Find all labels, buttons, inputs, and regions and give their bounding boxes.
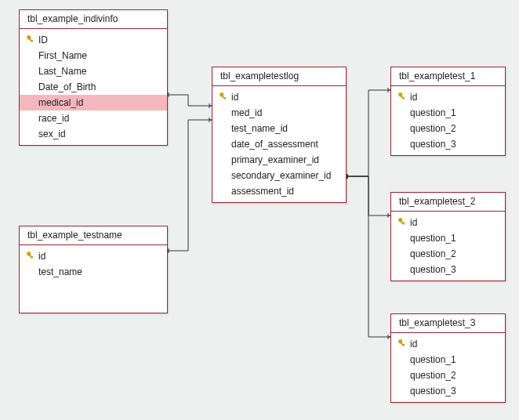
field-name: Last_Name	[38, 64, 159, 78]
table-title: tbl_exampletest_3	[391, 314, 505, 333]
field[interactable]: question_3	[391, 262, 505, 277]
table-fields: IDFirst_NameLast_NameDate_of_Birthmedica…	[20, 29, 167, 145]
field-name: secondary_examiner_id	[231, 168, 338, 183]
field-name: med_id	[231, 106, 338, 120]
table-fields: idquestion_1question_2question_3	[391, 333, 505, 402]
field[interactable]: secondary_examiner_id	[212, 168, 346, 183]
field-name: test_name	[38, 265, 159, 279]
table-title: tbl_exampletest_2	[391, 193, 505, 212]
field-name: primary_examiner_id	[231, 153, 338, 167]
field[interactable]: First_Name	[20, 48, 167, 63]
field-name: question_2	[410, 247, 497, 261]
table-title: tbl_example_testname	[20, 226, 167, 245]
table-testname[interactable]: tbl_example_testname idtest_name	[19, 226, 168, 313]
key-column	[397, 337, 410, 351]
table-fields: idmed_idtest_name_iddate_of_assessmentpr…	[212, 86, 346, 202]
primary-key-icon	[26, 34, 35, 44]
field-name: id	[38, 249, 159, 263]
field[interactable]: test_name	[20, 264, 167, 280]
field-name: question_3	[410, 137, 497, 151]
field-name: Date_of_Birth	[38, 80, 159, 94]
table-title: tbl_exampletest_1	[391, 67, 505, 86]
pk-field[interactable]: id	[391, 215, 505, 230]
pk-field[interactable]: id	[391, 336, 505, 352]
field[interactable]: assessment_id	[212, 183, 346, 199]
field-name: First_Name	[38, 49, 159, 63]
field[interactable]: question_3	[391, 136, 505, 152]
field[interactable]: race_id	[20, 110, 167, 126]
table-title: tbl_example_indivinfo	[20, 10, 167, 29]
field[interactable]: question_1	[391, 105, 505, 121]
field-name: test_name_id	[231, 121, 338, 136]
field-name: question_3	[410, 262, 497, 277]
table-fields: idquestion_1question_2question_3	[391, 86, 505, 155]
field[interactable]: question_1	[391, 230, 505, 246]
primary-key-icon	[397, 217, 407, 226]
table-testlog[interactable]: tbl_exampletestlog idmed_idtest_name_idd…	[212, 67, 347, 203]
field[interactable]: Date_of_Birth	[20, 79, 167, 95]
er-diagram-canvas: { "tables": { "indivinfo": { "title": "t…	[0, 0, 519, 420]
key-column	[397, 215, 410, 230]
table-exampletest-2[interactable]: tbl_exampletest_2 idquestion_1question_2…	[390, 192, 506, 281]
field-name: id	[410, 90, 497, 104]
table-exampletest-1[interactable]: tbl_exampletest_1 idquestion_1question_2…	[390, 67, 506, 156]
primary-key-icon	[397, 339, 407, 348]
field-name: question_2	[410, 368, 497, 382]
field-name: question_2	[410, 121, 497, 136]
key-column	[397, 90, 410, 104]
field-name: medical_id	[38, 96, 159, 110]
field[interactable]: question_3	[391, 383, 505, 399]
field[interactable]: question_2	[391, 246, 505, 262]
field-name: question_1	[410, 106, 497, 120]
field[interactable]: med_id	[212, 105, 346, 121]
field-name: id	[231, 90, 338, 104]
field[interactable]: Last_Name	[20, 63, 167, 79]
key-column	[219, 90, 231, 104]
field-name: race_id	[38, 111, 159, 125]
table-fields: idquestion_1question_2question_3	[391, 212, 505, 281]
field[interactable]: question_2	[391, 368, 505, 383]
table-fields: idtest_name	[20, 245, 167, 283]
field[interactable]: medical_id	[20, 95, 167, 110]
key-column	[26, 33, 38, 47]
pk-field[interactable]: id	[391, 89, 505, 105]
pk-field[interactable]: id	[212, 89, 346, 105]
primary-key-icon	[219, 92, 228, 101]
field[interactable]: question_1	[391, 352, 505, 368]
field-name: assessment_id	[231, 184, 338, 198]
pk-field[interactable]: id	[20, 248, 167, 264]
table-indivinfo[interactable]: tbl_example_indivinfo IDFirst_NameLast_N…	[19, 9, 168, 146]
field[interactable]: test_name_id	[212, 121, 346, 136]
field-name: id	[410, 337, 497, 351]
field[interactable]: date_of_assessment	[212, 136, 346, 152]
field-name: question_1	[410, 231, 497, 245]
field-name: id	[410, 215, 497, 230]
field[interactable]: primary_examiner_id	[212, 152, 346, 168]
primary-key-icon	[397, 92, 407, 101]
table-exampletest-3[interactable]: tbl_exampletest_3 idquestion_1question_2…	[390, 313, 506, 403]
field[interactable]: question_2	[391, 121, 505, 136]
field-name: sex_id	[38, 127, 159, 141]
key-column	[26, 249, 38, 263]
field[interactable]: sex_id	[20, 126, 167, 142]
field-name: date_of_assessment	[231, 137, 338, 151]
field-name: question_3	[410, 384, 497, 398]
pk-field[interactable]: ID	[20, 32, 167, 48]
field-name: question_1	[410, 353, 497, 367]
field-name: ID	[38, 33, 159, 47]
table-title: tbl_exampletestlog	[212, 67, 346, 86]
primary-key-icon	[26, 251, 35, 260]
